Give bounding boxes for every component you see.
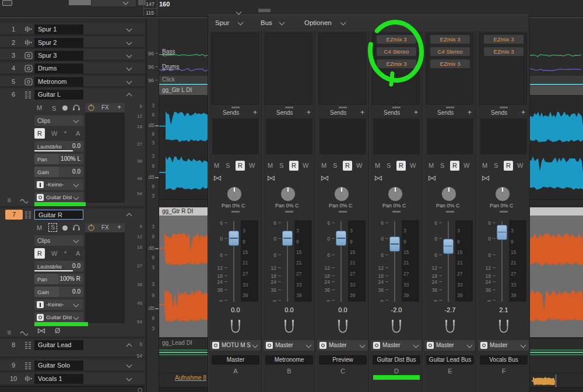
- mute-button[interactable]: M: [214, 163, 219, 169]
- fader-handle[interactable]: [443, 239, 454, 254]
- track-row-6[interactable]: 6Guitar LMSFX+ClipsRW*ALautstärke0.0Pan1…: [0, 89, 145, 207]
- output-selector[interactable]: Master: [478, 340, 529, 351]
- solo-button[interactable]: S: [50, 105, 58, 112]
- phase-invert-icon[interactable]: Ø: [55, 327, 60, 334]
- gain-control[interactable]: Gain0.0: [34, 287, 83, 297]
- chevron-down-icon[interactable]: [360, 342, 366, 348]
- fx-slot-button[interactable]: C4 Stereo: [430, 47, 470, 56]
- automation-mode-button[interactable]: W: [51, 250, 57, 257]
- mute-button[interactable]: M: [482, 163, 487, 169]
- stereo-width-icon[interactable]: [267, 175, 275, 182]
- mute-button[interactable]: M: [37, 225, 42, 231]
- track-name-input[interactable]: Vocals 1: [34, 374, 83, 384]
- track-name-input[interactable]: Spur 3: [34, 51, 83, 61]
- clip-label-aufnahme[interactable]: Aufnahme 8: [175, 375, 206, 381]
- track-collapse-chevron[interactable]: [127, 79, 132, 84]
- add-fx-button[interactable]: +: [117, 104, 121, 111]
- fx-rack[interactable]: [211, 33, 259, 105]
- fader-handle[interactable]: [389, 236, 400, 252]
- record-arm-button[interactable]: [62, 225, 68, 231]
- chevron-down-icon[interactable]: [306, 342, 312, 348]
- track-collapse-chevron[interactable]: [127, 376, 132, 382]
- add-send-button[interactable]: +: [414, 109, 418, 116]
- gain-control[interactable]: Gain0.0: [34, 167, 83, 177]
- track-panel-bottom-bar[interactable]: [0, 386, 145, 392]
- monitor-headphones-icon[interactable]: [72, 104, 80, 112]
- automation-write-button[interactable]: W: [356, 163, 362, 169]
- mute-button[interactable]: M: [37, 105, 42, 111]
- pan-knob[interactable]: [442, 187, 456, 201]
- chevron-down-icon[interactable]: [73, 315, 79, 320]
- chevron-down-icon[interactable]: [73, 118, 79, 123]
- pan-control[interactable]: Pan100% L: [34, 154, 83, 164]
- stereo-width-icon[interactable]: [428, 175, 436, 182]
- toolbar-dropdown[interactable]: [92, 0, 136, 6]
- track-collapse-chevron[interactable]: [127, 40, 132, 45]
- chevron-down-icon[interactable]: [467, 342, 473, 348]
- add-send-button[interactable]: +: [360, 109, 364, 116]
- chevron-down-icon[interactable]: [73, 182, 79, 188]
- mute-button[interactable]: M: [429, 163, 434, 169]
- clip-label-click[interactable]: Click: [162, 77, 175, 83]
- track-list-icon[interactable]: ≡: [7, 197, 11, 204]
- track-name-input[interactable]: Spur 2: [34, 38, 83, 48]
- sends-box[interactable]: [266, 118, 312, 154]
- pan-control[interactable]: Pan100% R: [34, 274, 83, 284]
- automation-write-button[interactable]: W: [303, 163, 308, 169]
- sends-box[interactable]: [373, 118, 420, 154]
- solo-button[interactable]: S: [48, 223, 57, 232]
- count-bottom-value[interactable]: 115: [146, 10, 154, 16]
- panel-tab-handle[interactable]: [258, 9, 271, 12]
- fx-slot-button[interactable]: EZmix 3: [377, 35, 416, 44]
- track-row-10[interactable]: 10Vocals 1: [0, 373, 145, 386]
- automation-write-button[interactable]: W: [410, 163, 416, 169]
- track-row-8[interactable]: 8Guitar Lead654: [0, 339, 145, 358]
- output-routing-dropdown[interactable]: Guitar Dist: [34, 312, 83, 323]
- fx-rack[interactable]: [318, 33, 366, 105]
- chevron-down-icon[interactable]: [73, 302, 79, 308]
- track-name-input[interactable]: Guitar Solo: [34, 361, 83, 370]
- track-collapse-chevron[interactable]: [127, 26, 132, 32]
- stereo-width-icon[interactable]: [321, 175, 329, 182]
- monitor-headphones-icon[interactable]: [72, 224, 80, 232]
- fader-value[interactable]: -2.0: [370, 307, 423, 313]
- add-send-button[interactable]: +: [253, 109, 257, 116]
- fx-power-icon[interactable]: [87, 104, 95, 112]
- stereo-width-icon[interactable]: [374, 175, 382, 182]
- fader-track[interactable]: [394, 221, 395, 302]
- chevron-down-icon[interactable]: [413, 342, 419, 348]
- chevron-down-icon[interactable]: [73, 238, 79, 243]
- automation-mode-button[interactable]: *: [64, 250, 66, 257]
- count-top-value[interactable]: 147: [146, 2, 154, 7]
- mute-button[interactable]: M: [375, 163, 380, 169]
- track-name-input[interactable]: Guitar L: [34, 90, 83, 100]
- output-selector[interactable]: MOTU M S: [210, 340, 261, 351]
- fx-power-icon[interactable]: [87, 224, 95, 232]
- add-send-button[interactable]: +: [468, 109, 472, 116]
- automation-write-button[interactable]: W: [249, 163, 255, 169]
- panel-menu-chevron[interactable]: [237, 8, 241, 15]
- track-list-icon[interactable]: ≡: [7, 329, 11, 336]
- track-row-1[interactable]: 1Spur 1: [0, 23, 145, 36]
- automation-read-button[interactable]: R: [34, 128, 45, 139]
- clip-label-gtr-l[interactable]: gg_Gtr L DI: [162, 87, 192, 93]
- toolbar-icon[interactable]: [2, 0, 12, 6]
- fader-track[interactable]: [448, 221, 449, 302]
- record-arm-button[interactable]: [62, 105, 68, 111]
- track-row-5[interactable]: 5Metronom: [0, 76, 145, 87]
- input-routing-dropdown[interactable]: -Keine-: [34, 179, 83, 190]
- fader-handle[interactable]: [282, 231, 293, 246]
- strip-name-box[interactable]: Vocals Bus: [480, 355, 528, 365]
- track-row-4[interactable]: 4Drums: [0, 62, 145, 75]
- fx-slot-button[interactable]: EZmix 3: [377, 59, 416, 68]
- output-selector[interactable]: Master: [371, 340, 422, 351]
- sends-box[interactable]: [427, 118, 473, 154]
- track-name-input[interactable]: Guitar Lead: [34, 340, 83, 350]
- tempo-value[interactable]: 160: [159, 1, 170, 8]
- automation-read-button[interactable]: R: [289, 161, 298, 171]
- solo-button[interactable]: S: [333, 163, 337, 169]
- fx-slot-button[interactable]: EZmix 3: [430, 59, 470, 68]
- add-fx-button[interactable]: +: [117, 224, 121, 231]
- automation-read-button[interactable]: R: [504, 161, 513, 171]
- fx-slot-button[interactable]: EZmix 3: [484, 35, 524, 44]
